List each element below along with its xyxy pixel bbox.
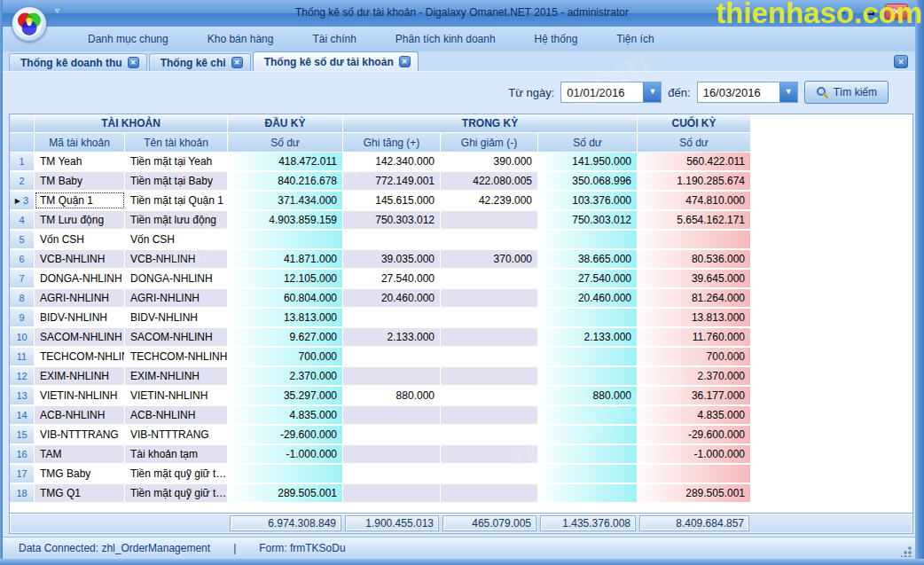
table-row[interactable]: 4 TM Lưu động Tiền mặt lưu động 4.903.85… [10, 211, 751, 231]
cell-decrease[interactable]: 422.080.005 [441, 172, 538, 190]
from-date-input[interactable] [561, 82, 643, 102]
row-number[interactable]: 8 [10, 289, 35, 307]
column-decrease[interactable]: Ghi giảm (-) [441, 133, 538, 152]
cell-decrease[interactable] [441, 387, 538, 404]
cell-account-code[interactable]: TM Lưu động [35, 211, 125, 229]
row-number[interactable]: 9 [10, 309, 35, 326]
column-closing-balance[interactable]: Số dư [638, 133, 751, 152]
group-period[interactable]: TRONG KỲ [343, 114, 638, 132]
group-account[interactable]: TÀI KHOẢN [35, 114, 228, 132]
table-row[interactable]: 2 TM Baby Tiền mặt tại Baby 840.216.678 … [10, 172, 751, 192]
cell-increase[interactable] [343, 348, 441, 365]
cell-increase[interactable]: 142.340.000 [343, 153, 441, 170]
cell-opening-balance[interactable]: 60.804.000 [228, 289, 343, 307]
from-date-dropdown-icon[interactable]: ▼ [643, 82, 661, 102]
cell-decrease[interactable] [441, 426, 538, 443]
table-row[interactable]: 13 VIETIN-NHLINH VIETIN-NHLINH 35.297.00… [10, 387, 751, 406]
cell-increase[interactable]: 772.149.001 [343, 172, 441, 190]
row-number[interactable]: 14 [10, 406, 35, 424]
cell-decrease[interactable] [441, 406, 538, 424]
cell-period-balance[interactable]: 20.460.000 [538, 289, 638, 307]
cell-period-balance[interactable]: 27.540.000 [538, 270, 638, 287]
menu-item-kho-ban-hang[interactable]: Kho bán hàng [193, 29, 288, 49]
cell-decrease[interactable] [441, 367, 538, 385]
cell-period-balance[interactable]: 2.133.000 [538, 328, 638, 346]
cell-account-code[interactable]: AGRI-NHLINH [35, 289, 125, 307]
cell-account-name[interactable]: Tiền mặt quỹ giữ t… [125, 465, 228, 483]
table-row[interactable]: 9 BIDV-NHLINH BIDV-NHLINH 13.813.000 13.… [10, 309, 751, 328]
cell-decrease[interactable]: 370.000 [441, 250, 538, 268]
row-number[interactable]: 4 [10, 211, 35, 229]
tab-thong-ke-chi[interactable]: Thống kê chi ✕ [149, 53, 251, 71]
cell-closing-balance[interactable]: 289.505.001 [638, 484, 751, 502]
cell-account-name[interactable]: VIETIN-NHLINH [125, 387, 228, 404]
row-number[interactable]: 2 [10, 172, 35, 190]
cell-account-code[interactable]: VIETIN-NHLINH [35, 387, 125, 404]
cell-decrease[interactable] [441, 328, 538, 346]
cell-account-code[interactable]: DONGA-NHLINH [35, 270, 125, 287]
cell-opening-balance[interactable]: 13.813.000 [228, 309, 343, 326]
table-row[interactable]: 17 TMG Baby Tiền mặt quỹ giữ t… [10, 465, 751, 484]
cell-account-code[interactable]: ACB-NHLINH [35, 406, 125, 424]
cell-closing-balance[interactable] [638, 465, 751, 483]
cell-period-balance[interactable] [538, 367, 638, 385]
row-number[interactable]: 7 [10, 270, 35, 287]
cell-decrease[interactable] [441, 348, 538, 365]
cell-account-code[interactable]: TM Baby [35, 172, 125, 190]
cell-account-code[interactable]: EXIM-NHLINH [35, 367, 125, 385]
cell-account-name[interactable]: Tiền mặt lưu động [125, 211, 228, 229]
cell-closing-balance[interactable]: 81.264.000 [638, 289, 751, 307]
row-number[interactable]: 16 [10, 445, 35, 463]
cell-increase[interactable]: 145.615.000 [343, 192, 441, 209]
cell-period-balance[interactable] [538, 406, 638, 424]
cell-increase[interactable] [343, 426, 441, 443]
to-date-picker[interactable]: ▼ [697, 82, 798, 103]
cell-opening-balance[interactable]: 4.903.859.159 [228, 211, 343, 229]
table-row[interactable]: 16 TAM Tài khoản tạm -1.000.000 -1.000.0… [10, 445, 751, 465]
cell-period-balance[interactable] [538, 484, 638, 502]
cell-period-balance[interactable] [538, 445, 638, 463]
cell-increase[interactable]: 27.540.000 [343, 270, 441, 287]
cell-increase[interactable] [343, 445, 441, 463]
row-number[interactable]: 13 [10, 387, 35, 404]
cell-decrease[interactable] [441, 289, 538, 307]
cell-period-balance[interactable]: 103.376.000 [538, 192, 638, 209]
cell-account-code[interactable]: TMG Q1 [35, 484, 125, 502]
cell-account-code[interactable]: TM Yeah [35, 153, 125, 170]
cell-opening-balance[interactable]: -29.600.000 [228, 426, 343, 443]
cell-account-name[interactable]: Vốn CSH [125, 231, 228, 248]
cell-increase[interactable] [343, 465, 441, 483]
cell-decrease[interactable] [441, 445, 538, 463]
cell-increase[interactable] [343, 367, 441, 385]
cell-increase[interactable]: 750.303.012 [343, 211, 441, 229]
cell-closing-balance[interactable]: 39.645.000 [638, 270, 751, 287]
table-row[interactable]: 6 VCB-NHLINH VCB-NHLINH 41.871.000 39.03… [10, 250, 751, 270]
cell-decrease[interactable] [441, 484, 538, 502]
cell-period-balance[interactable] [538, 465, 638, 483]
cell-account-name[interactable]: Tiền mặt quỹ giữ t… [125, 484, 228, 502]
tab-thong-ke-doanh-thu[interactable]: Thống kê doanh thu ✕ [9, 53, 147, 71]
tab-close-icon[interactable]: ✕ [128, 57, 139, 68]
cell-increase[interactable] [343, 231, 441, 248]
cell-closing-balance[interactable]: 560.422.011 [638, 153, 751, 170]
to-date-dropdown-icon[interactable]: ▼ [779, 82, 797, 102]
tab-thong-ke-so-du-tai-khoan[interactable]: Thống kê số dư tài khoản ✕ [253, 51, 419, 71]
column-increase[interactable]: Ghi tăng (+) [343, 133, 441, 152]
cell-decrease[interactable] [441, 309, 538, 326]
cell-decrease[interactable]: 390.000 [441, 153, 538, 170]
cell-closing-balance[interactable]: 4.835.000 [638, 406, 751, 424]
cell-opening-balance[interactable]: 4.835.000 [228, 406, 343, 424]
cell-opening-balance[interactable]: 41.871.000 [228, 250, 343, 268]
cell-closing-balance[interactable]: -1.000.000 [638, 445, 751, 463]
cell-increase[interactable] [343, 309, 441, 326]
table-row[interactable]: 15 VIB-NTTTRANG VIB-NTTTRANG -29.600.000… [10, 426, 751, 445]
cell-closing-balance[interactable]: 13.813.000 [638, 309, 751, 326]
cell-opening-balance[interactable]: 289.505.001 [228, 484, 343, 502]
tabstrip-close-button[interactable]: ✕ [894, 55, 908, 68]
cell-increase[interactable] [343, 484, 441, 502]
cell-increase[interactable] [343, 406, 441, 424]
menu-item-tai-chinh[interactable]: Tài chính [298, 29, 370, 49]
row-number[interactable]: ▶3 [10, 192, 35, 209]
row-number[interactable]: 1 [10, 153, 35, 170]
column-period-balance[interactable]: Số dư [538, 133, 638, 152]
